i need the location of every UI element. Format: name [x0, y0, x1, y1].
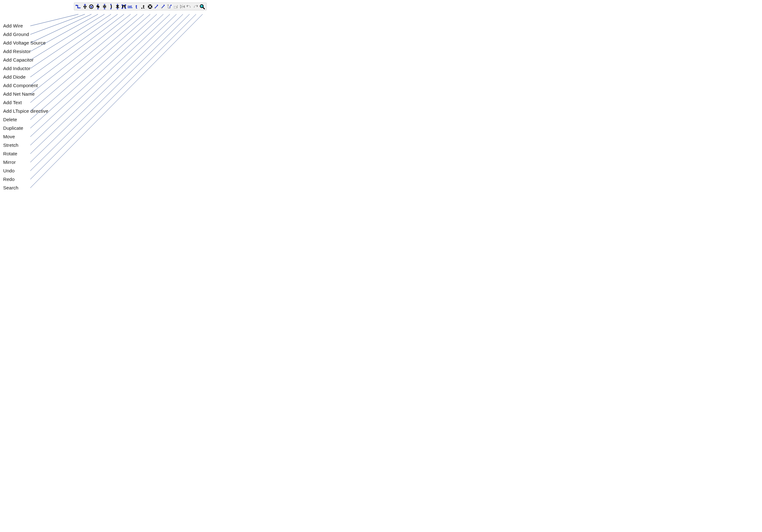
redo-button[interactable]: [192, 3, 199, 10]
label-add-capacitor: Add Capacitor: [3, 57, 48, 63]
net-name-button[interactable]: net: [127, 3, 134, 10]
svg-marker-52: [181, 5, 182, 8]
ground-button[interactable]: [82, 3, 88, 10]
svg-line-70: [30, 14, 163, 137]
label-list: Add Wire Add Ground Add Voltage Source A…: [3, 23, 48, 193]
label-redo: Redo: [3, 176, 48, 182]
rotate-icon: [173, 4, 179, 10]
svg-marker-53: [183, 5, 185, 8]
svg-rect-49: [174, 6, 177, 8]
svg-line-48: [170, 5, 171, 6]
duplicate-icon: [154, 4, 159, 10]
label-add-net-name: Add Net Name: [3, 91, 48, 97]
svg-point-15: [117, 4, 118, 5]
mirror-button[interactable]: [180, 3, 186, 10]
label-add-component: Add Component: [3, 82, 48, 89]
spice-directive-icon: t: [141, 4, 146, 10]
rotate-button[interactable]: [173, 3, 179, 10]
net-name-icon: net: [127, 4, 134, 10]
label-stretch: Stretch: [3, 142, 48, 148]
undo-icon: [186, 4, 192, 10]
inductor-icon: [108, 4, 114, 10]
component-icon: [121, 4, 127, 10]
svg-point-43: [168, 4, 168, 5]
label-add-ltspice-directive: Add LTspice directive: [3, 108, 48, 114]
resistor-button[interactable]: [95, 3, 101, 10]
label-duplicate: Duplicate: [3, 125, 48, 131]
svg-text:t: t: [143, 4, 145, 10]
search-button[interactable]: [199, 3, 205, 10]
svg-point-13: [111, 4, 112, 5]
label-move: Move: [3, 134, 48, 140]
label-add-voltage-source: Add Voltage Source: [3, 40, 48, 46]
svg-line-76: [30, 14, 202, 188]
svg-point-38: [156, 7, 156, 7]
svg-point-0: [76, 5, 77, 6]
svg-point-12: [104, 8, 105, 9]
svg-line-37: [155, 5, 158, 8]
label-add-wire: Add Wire: [3, 23, 48, 29]
svg-point-6: [97, 8, 98, 9]
inductor-button[interactable]: [108, 3, 114, 10]
delete-button[interactable]: [147, 3, 153, 10]
move-icon: [160, 4, 166, 10]
redo-icon: [193, 4, 198, 10]
resistor-icon: [95, 4, 101, 10]
capacitor-icon: [102, 4, 108, 10]
text-button[interactable]: t: [134, 3, 140, 10]
label-add-resistor: Add Resistor: [3, 48, 48, 55]
svg-line-73: [30, 14, 183, 162]
stretch-icon: [167, 4, 173, 10]
svg-point-19: [117, 8, 118, 9]
wire-icon: [76, 4, 81, 10]
label-undo: Undo: [3, 167, 48, 174]
label-search: Search: [3, 185, 48, 191]
label-add-inductor: Add Inductor: [3, 65, 48, 72]
label-add-text: Add Text: [3, 100, 48, 106]
svg-line-71: [30, 14, 170, 145]
toolbar: net t t: [74, 3, 207, 10]
svg-point-7: [104, 4, 105, 5]
label-mirror: Mirror: [3, 159, 48, 166]
component-button[interactable]: [121, 3, 127, 10]
mirror-icon: [180, 4, 186, 10]
search-icon: [199, 4, 205, 10]
svg-point-14: [111, 8, 112, 9]
label-add-ground: Add Ground: [3, 31, 48, 37]
svg-text:net: net: [128, 4, 132, 8]
svg-point-1: [84, 4, 86, 5]
diode-icon: [115, 4, 120, 10]
wire-button[interactable]: [75, 3, 82, 10]
delete-icon: [147, 4, 153, 10]
svg-line-68: [30, 14, 150, 120]
diode-button[interactable]: [114, 3, 121, 10]
text-icon: t: [134, 4, 140, 10]
svg-line-74: [30, 14, 190, 171]
connector-lines: [0, 0, 381, 266]
spice-directive-button[interactable]: t: [140, 3, 147, 10]
stretch-button[interactable]: [167, 3, 173, 10]
capacitor-button[interactable]: [102, 3, 108, 10]
svg-point-30: [141, 8, 142, 9]
svg-line-69: [30, 14, 157, 128]
ground-icon: [82, 4, 88, 10]
svg-point-4: [89, 5, 93, 9]
svg-point-42: [162, 7, 163, 7]
move-button[interactable]: [160, 3, 166, 10]
undo-button[interactable]: [186, 3, 192, 10]
svg-line-56: [203, 7, 204, 9]
svg-point-5: [97, 4, 98, 5]
svg-line-41: [162, 5, 164, 8]
svg-point-55: [200, 5, 201, 6]
voltage-source-icon: [89, 4, 94, 10]
svg-line-72: [30, 14, 177, 154]
svg-line-75: [30, 14, 196, 179]
label-delete: Delete: [3, 116, 48, 123]
label-add-diode: Add Diode: [3, 74, 48, 80]
label-rotate: Rotate: [3, 151, 48, 157]
voltage-source-button[interactable]: [88, 3, 95, 10]
svg-text:t: t: [135, 4, 137, 10]
duplicate-button[interactable]: [153, 3, 160, 10]
